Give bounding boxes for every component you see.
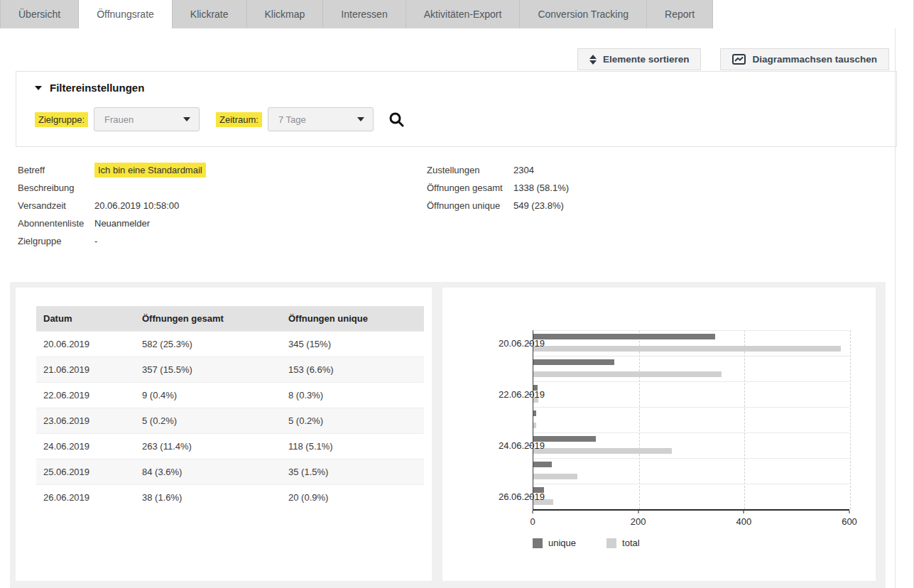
detail-label: Betreff: [18, 165, 94, 175]
legend-label-total: total: [622, 538, 640, 548]
detail-label: Beschreibung: [18, 183, 94, 193]
table-cell: 20.06.2019: [36, 331, 135, 356]
detail-row-beschreibung: Beschreibung: [18, 179, 427, 197]
bar-total-25-06-2019: [533, 474, 577, 479]
table-row: 25.06.201984 (3.6%)35 (1.5%): [36, 459, 424, 484]
y-axis-label-24-06-2019: 24.06.2019: [499, 440, 545, 451]
x-axis-label-400: 400: [736, 516, 751, 527]
group-separator: [533, 458, 849, 459]
group-separator: [533, 356, 849, 356]
group-separator: [533, 484, 849, 484]
table-cell: 357 (15.5%): [135, 356, 281, 382]
table-cell: 25.06.2019: [36, 459, 135, 484]
group-separator: [533, 407, 849, 408]
detail-value: 2304: [513, 165, 534, 175]
x-axis-tick: [638, 511, 638, 513]
zeitraum-label: Zeitraum:: [216, 112, 262, 127]
zielgruppe-label: Zielgruppe:: [35, 112, 88, 127]
table-cell: 5 (0.2%): [135, 408, 281, 433]
sort-elements-button[interactable]: Elemente sortieren: [577, 48, 702, 70]
bar-unique-25-06-2019: [533, 462, 552, 467]
table-header-öffnungen-unique: Öffnungen unique: [281, 306, 424, 331]
bar-unique-20-06-2019: [533, 334, 715, 339]
tab-klickrate[interactable]: Klickrate: [173, 0, 247, 28]
legend-swatch-total: [606, 538, 616, 548]
table-cell: 35 (1.5%): [281, 459, 424, 484]
legend-swatch-unique: [533, 538, 543, 548]
x-axis-label-600: 600: [842, 516, 857, 527]
gridline-400: [744, 330, 745, 509]
table-cell: 20 (0.9%): [281, 484, 424, 510]
sort-arrows-icon: [589, 55, 597, 65]
gridline-200: [639, 330, 640, 509]
table-cell: 9 (0.4%): [135, 382, 281, 408]
detail-value: Ich bin eine Standardmail: [94, 163, 206, 178]
detail-label: Zielgruppe: [18, 236, 94, 246]
page-edge-divider: [895, 28, 896, 588]
tab-conversion-tracking[interactable]: Conversion Tracking: [520, 0, 647, 28]
bar-unique-21-06-2019: [533, 359, 614, 365]
zielgruppe-select[interactable]: Frauen: [94, 107, 200, 131]
y-axis-label-22-06-2019: 22.06.2019: [499, 389, 545, 400]
table-cell: 22.06.2019: [36, 382, 135, 408]
table-cell: 5 (0.2%): [281, 408, 424, 433]
tab-interessen[interactable]: Interessen: [323, 0, 406, 28]
detail-label: Zustellungen: [427, 165, 513, 175]
tab-aktivitäten-export[interactable]: Aktivitäten-Export: [406, 0, 521, 28]
detail-value: Neuanmelder: [94, 218, 150, 229]
bar-total-21-06-2019: [533, 371, 722, 377]
detail-row-betreff: BetreffIch bin eine Standardmail: [18, 161, 427, 179]
collapse-caret-icon: [35, 86, 42, 90]
tab-öffnungsrate[interactable]: Öffnungsrate: [79, 0, 173, 28]
detail-label: Versandzeit: [18, 200, 94, 211]
results-section: DatumÖffnungen gesamtÖffnungen unique 20…: [10, 282, 886, 588]
detail-label: Öffnungen gesamt: [427, 183, 513, 193]
search-button[interactable]: [388, 111, 405, 128]
bar-total-20-06-2019: [533, 346, 841, 352]
detail-value: 1338 (58.1%): [513, 183, 569, 193]
table-cell: 345 (15%): [281, 331, 424, 356]
legend-label-unique: unique: [548, 538, 576, 548]
zeitraum-selected-value: 7 Tage: [278, 114, 306, 125]
open-rate-table: DatumÖffnungen gesamtÖffnungen unique 20…: [36, 306, 424, 510]
gridline-600: [850, 330, 851, 509]
tab-report[interactable]: Report: [647, 0, 713, 28]
line-chart-icon: [732, 54, 746, 65]
swap-chart-axes-button[interactable]: Diagrammachsen tauschen: [720, 48, 889, 70]
search-icon: [388, 111, 405, 128]
filter-settings-toggle[interactable]: Filtereinstellungen: [35, 82, 878, 94]
tab-übersicht[interactable]: Übersicht: [0, 0, 79, 28]
y-axis-tick: [528, 496, 532, 497]
detail-label: Öffnungen unique: [427, 200, 513, 211]
zeitraum-select[interactable]: 7 Tage: [268, 107, 374, 131]
table-row: 20.06.2019582 (25.3%)345 (15%): [36, 331, 424, 356]
table-row: 22.06.20199 (0.4%)8 (0.3%): [36, 382, 424, 408]
bar-total-23-06-2019: [533, 423, 536, 428]
detail-value: 549 (23.8%): [513, 200, 564, 211]
chart-x-axis: 0200400600: [533, 509, 849, 511]
chart-legend: uniquetotal: [533, 538, 640, 548]
tab-klickmap[interactable]: Klickmap: [247, 0, 324, 28]
filter-controls: Zielgruppe: Frauen Zeitraum: 7 Tage: [35, 107, 878, 131]
sort-elements-label: Elemente sortieren: [603, 54, 690, 65]
detail-row-zustellungen: Zustellungen2304: [427, 161, 569, 179]
mail-details-left: BetreffIch bin eine StandardmailBeschrei…: [18, 161, 427, 250]
y-axis-tick: [528, 394, 532, 395]
filter-settings-heading: Filtereinstellungen: [50, 82, 144, 94]
table-row: 24.06.2019263 (11.4%)118 (5.1%): [36, 433, 424, 459]
table-header-datum: Datum: [36, 306, 135, 331]
mail-details: BetreffIch bin eine StandardmailBeschrei…: [0, 161, 913, 250]
bar-chart-plot-area: [533, 330, 849, 509]
table-cell: 84 (3.6%): [135, 459, 281, 484]
detail-row-öffnungen-unique: Öffnungen unique549 (23.8%): [427, 197, 569, 214]
bar-unique-23-06-2019: [533, 410, 536, 416]
x-axis-tick: [849, 511, 850, 513]
y-axis-tick: [528, 343, 532, 344]
y-axis-tick: [528, 445, 532, 446]
table-row: 23.06.20195 (0.2%)5 (0.2%): [36, 408, 424, 433]
table-header-öffnungen-gesamt: Öffnungen gesamt: [135, 306, 281, 331]
table-cell: 582 (25.3%): [135, 331, 281, 356]
table-cell: 24.06.2019: [36, 433, 135, 459]
table-row: 21.06.2019357 (15.5%)153 (6.6%): [36, 356, 424, 382]
legend-item-unique: unique: [533, 538, 576, 548]
